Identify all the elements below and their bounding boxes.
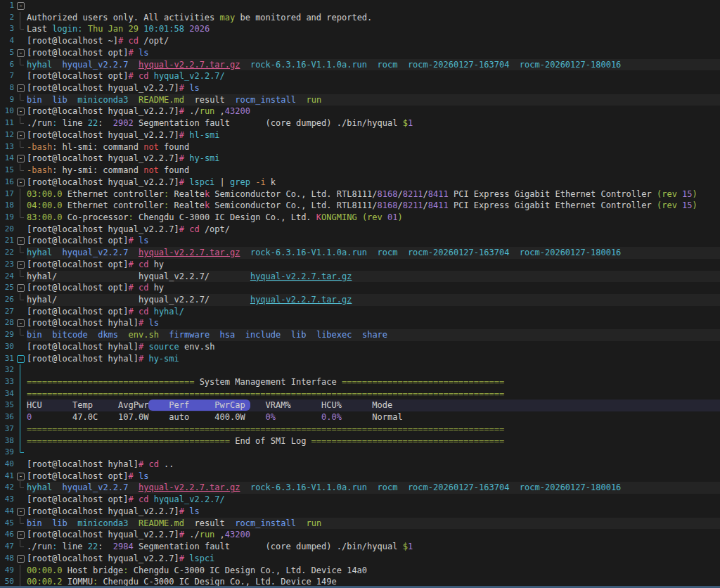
log-line: 35HCU Temp AvgPwr Perf PwrCap VRAM% HCU%… <box>0 400 720 411</box>
line-number[interactable]: 37 <box>0 423 14 435</box>
line-number[interactable]: 26 <box>0 294 14 306</box>
log-line: 30[root@localhost hyhal]# source env.sh <box>0 341 720 353</box>
line-content: 83:00.0 Co-processor: Chengdu C-3000 IC … <box>27 212 720 224</box>
line-number[interactable]: 5 <box>0 47 14 59</box>
line-number[interactable]: 25 <box>0 282 14 294</box>
log-editor[interactable]: 1-2Authorized users only. All activities… <box>0 0 720 588</box>
fold-collapse-icon[interactable]: - <box>14 177 27 188</box>
log-line: 29bin bitcode dkms env.sh firmware hsa i… <box>0 329 720 341</box>
line-number[interactable]: 28 <box>0 317 14 329</box>
log-line: 47./run: line 22: 2984 Segmentation faul… <box>0 541 720 553</box>
line-number[interactable]: 7 <box>0 70 14 82</box>
fold-collapse-icon[interactable]: - <box>14 259 27 271</box>
fold-guide-end <box>14 117 27 129</box>
line-number[interactable]: 21 <box>0 235 14 247</box>
line-number[interactable]: 48 <box>0 553 14 565</box>
gutter: 11 <box>0 117 27 129</box>
line-number[interactable]: 45 <box>0 518 14 530</box>
line-content: [root@localhost hyqual_v2.2.7]# hy-smi <box>27 153 720 165</box>
line-number[interactable]: 9 <box>0 94 14 106</box>
line-number[interactable]: 12 <box>0 129 14 141</box>
line-number[interactable]: 18 <box>0 200 14 212</box>
fold-collapse-icon[interactable]: - <box>14 82 27 94</box>
line-number[interactable]: 33 <box>0 376 14 388</box>
fold-collapse-icon[interactable]: - <box>14 282 27 294</box>
gutter: 27 <box>0 306 27 318</box>
line-content: [root@localhost hyqual_v2.2.7]# lspci <box>27 553 720 565</box>
gutter: 3 <box>0 23 27 35</box>
fold-collapse-icon[interactable]: - <box>14 47 27 59</box>
line-number[interactable]: 44 <box>0 506 14 518</box>
fold-guide-line <box>14 188 27 200</box>
log-line: 2Authorized users only. All activities m… <box>0 12 720 24</box>
line-content: 00:00.0 Host bridge: Chengdu C-3000 IC D… <box>27 565 720 577</box>
line-number[interactable]: 8 <box>0 82 14 94</box>
fold-collapse-icon[interactable]: - <box>14 317 27 329</box>
line-number[interactable]: 46 <box>0 529 14 541</box>
line-number[interactable]: 2 <box>0 12 14 24</box>
line-content: bin lib miniconda3 README.md result rocm… <box>27 518 720 530</box>
log-line: 23-[root@localhost opt]# cd hy <box>0 259 720 271</box>
line-number[interactable]: 42 <box>0 482 14 494</box>
fold-collapse-icon[interactable]: - <box>14 153 27 165</box>
line-content: -bash: hy-smi: command not found <box>27 165 720 177</box>
line-number[interactable]: 19 <box>0 212 14 224</box>
fold-collapse-icon[interactable]: - <box>14 353 27 365</box>
line-content: hyhal hyqual_v2.2.7 hyqual-v2.2.7.tar.gz… <box>27 247 720 259</box>
line-number[interactable]: 15 <box>0 165 14 177</box>
log-line: 8-[root@localhost hyqual_v2.2.7]# ls <box>0 82 720 94</box>
line-content: [root@localhost hyqual_v2.2.7]# ls <box>27 82 720 94</box>
line-content: hyhal/ hyqual_v2.2.7/ hyqual-v2.2.7.tar.… <box>27 294 720 306</box>
line-number[interactable]: 39 <box>0 447 14 459</box>
line-number[interactable]: 23 <box>0 259 14 271</box>
line-number[interactable]: 10 <box>0 106 14 117</box>
fold-collapse-icon[interactable]: - <box>14 471 27 482</box>
line-number[interactable]: 11 <box>0 117 14 129</box>
line-number[interactable]: 41 <box>0 471 14 482</box>
fold-collapse-icon[interactable]: - <box>14 506 27 518</box>
line-number[interactable]: 1 <box>0 0 14 12</box>
line-number[interactable]: 30 <box>0 341 14 353</box>
line-number[interactable]: 35 <box>0 400 14 411</box>
line-number[interactable]: 31 <box>0 353 14 365</box>
line-number[interactable]: 14 <box>0 153 14 165</box>
log-line: 16-[root@localhost hyqual_v2.2.7]# lspci… <box>0 177 720 188</box>
line-number[interactable]: 20 <box>0 224 14 236</box>
line-number[interactable]: 40 <box>0 459 14 471</box>
line-number[interactable]: 34 <box>0 388 14 400</box>
line-content: [root@localhost hyhal]# hy-smi <box>27 353 720 365</box>
fold-collapse-icon[interactable]: - <box>14 553 27 565</box>
fold-guide-end <box>14 482 27 494</box>
line-content: hyhal/ hyqual_v2.2.7/ hyqual-v2.2.7.tar.… <box>27 271 720 283</box>
fold-collapse-icon[interactable]: - <box>14 529 27 541</box>
line-number[interactable]: 47 <box>0 541 14 553</box>
line-number[interactable]: 32 <box>0 364 14 376</box>
line-number[interactable]: 3 <box>0 23 14 35</box>
line-number[interactable]: 43 <box>0 494 14 506</box>
line-number[interactable]: 4 <box>0 35 14 47</box>
line-number[interactable]: 13 <box>0 141 14 153</box>
fold-collapse-icon[interactable]: - <box>14 235 27 247</box>
line-content: [root@localhost hyhal]# ls <box>27 317 720 329</box>
line-content: [root@localhost opt]# cd hyhal/ <box>27 306 720 318</box>
fold-collapse-icon[interactable]: - <box>14 106 27 117</box>
log-line: 24hyhal/ hyqual_v2.2.7/ hyqual-v2.2.7.ta… <box>0 271 720 283</box>
log-line: 34======================================… <box>0 388 720 400</box>
fold-collapse-icon[interactable]: - <box>14 129 27 141</box>
line-number[interactable]: 22 <box>0 247 14 259</box>
line-number[interactable]: 38 <box>0 435 14 447</box>
line-number[interactable]: 6 <box>0 59 14 71</box>
fold-collapse-icon[interactable]: - <box>14 0 27 12</box>
gutter: 20 <box>0 224 27 236</box>
line-number[interactable]: 17 <box>0 188 14 200</box>
gutter: 22 <box>0 247 27 259</box>
line-number[interactable]: 27 <box>0 306 14 318</box>
line-number[interactable]: 36 <box>0 411 14 423</box>
line-number[interactable]: 49 <box>0 565 14 577</box>
gutter: 38 <box>0 435 27 447</box>
line-number[interactable]: 24 <box>0 271 14 283</box>
log-line: 4[root@localhost ~]# cd /opt/ <box>0 35 720 47</box>
fold-guide-end <box>14 247 27 259</box>
line-number[interactable]: 29 <box>0 329 14 341</box>
line-number[interactable]: 16 <box>0 177 14 188</box>
